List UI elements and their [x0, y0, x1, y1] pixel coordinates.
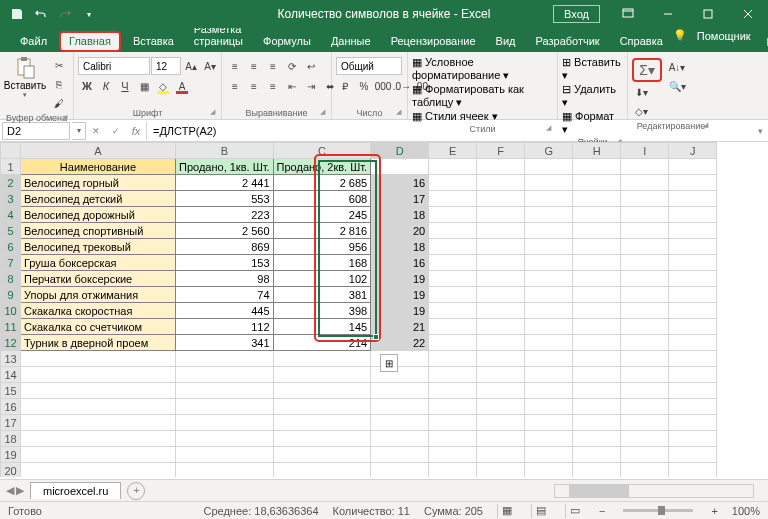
- zoom-level[interactable]: 100%: [732, 505, 760, 517]
- group-editing: Редактирование: [632, 120, 710, 132]
- view-layout-icon[interactable]: ▤: [531, 504, 551, 518]
- col-header[interactable]: A: [21, 143, 176, 159]
- align-left-icon[interactable]: ≡: [226, 77, 244, 95]
- ribbon: Вставить ▾ ✂ ⎘ 🖌 Буфер обмена Calibri 12…: [0, 52, 768, 120]
- align-top-icon[interactable]: ≡: [226, 57, 244, 75]
- tab-developer[interactable]: Разработчик: [526, 31, 610, 52]
- undo-icon[interactable]: [30, 3, 52, 25]
- font-size-combo[interactable]: 12: [151, 57, 181, 75]
- col-header[interactable]: I: [621, 143, 669, 159]
- name-box[interactable]: D2: [2, 122, 70, 140]
- underline-button[interactable]: Ч: [116, 77, 134, 95]
- data-cell: Велосипед дорожный: [21, 207, 176, 223]
- indent-dec-icon[interactable]: ⇤: [283, 77, 301, 95]
- fill-color-icon[interactable]: ◇: [154, 77, 172, 95]
- paste-button[interactable]: Вставить ▾: [4, 54, 46, 99]
- fill-handle[interactable]: [373, 334, 379, 340]
- align-center-icon[interactable]: ≡: [245, 77, 263, 95]
- italic-button[interactable]: К: [97, 77, 115, 95]
- svg-rect-4: [24, 66, 34, 78]
- fill-button[interactable]: ⬇▾: [632, 83, 650, 101]
- sheet-tab[interactable]: microexcel.ru: [30, 482, 121, 499]
- data-cell: 145: [273, 319, 371, 335]
- close-icon[interactable]: [728, 0, 768, 28]
- cancel-formula-icon[interactable]: ✕: [86, 126, 106, 136]
- currency-icon[interactable]: ₽: [336, 77, 354, 95]
- zoom-out-button[interactable]: −: [599, 505, 605, 517]
- col-header[interactable]: D: [371, 143, 429, 159]
- wrap-text-icon[interactable]: ↩: [302, 57, 320, 75]
- col-header[interactable]: F: [477, 143, 525, 159]
- ribbon-options-icon[interactable]: [608, 0, 648, 28]
- bold-button[interactable]: Ж: [78, 77, 96, 95]
- insert-function-icon[interactable]: fx: [126, 125, 146, 137]
- zoom-in-button[interactable]: +: [711, 505, 717, 517]
- cut-icon[interactable]: ✂: [50, 56, 68, 74]
- tab-insert[interactable]: Вставка: [123, 31, 184, 52]
- expand-formula-icon[interactable]: ▾: [752, 126, 768, 136]
- col-header[interactable]: J: [669, 143, 717, 159]
- worksheet-grid[interactable]: ABCDEFGHIJ1НаименованиеПродано, 1кв. Шт.…: [0, 142, 768, 477]
- shrink-font-icon[interactable]: A▾: [201, 57, 219, 75]
- tab-review[interactable]: Рецензирование: [381, 31, 486, 52]
- zoom-slider[interactable]: [623, 509, 693, 512]
- align-bottom-icon[interactable]: ≡: [264, 57, 282, 75]
- grow-font-icon[interactable]: A▴: [182, 57, 200, 75]
- find-select-button[interactable]: 🔍▾: [665, 77, 689, 95]
- autosum-button[interactable]: Σ▾: [635, 61, 659, 79]
- data-cell: Скакалка скоростная: [21, 303, 176, 319]
- format-painter-icon[interactable]: 🖌: [50, 94, 68, 112]
- selected-cell: 18: [371, 239, 429, 255]
- tab-file[interactable]: Файл: [10, 31, 57, 52]
- conditional-format-button[interactable]: ▦ Условное форматирование ▾: [412, 56, 553, 82]
- col-header[interactable]: B: [176, 143, 274, 159]
- border-icon[interactable]: ▦: [135, 77, 153, 95]
- copy-icon[interactable]: ⎘: [50, 75, 68, 93]
- indent-inc-icon[interactable]: ⇥: [302, 77, 320, 95]
- qat-customize-icon[interactable]: ▾: [78, 3, 100, 25]
- tab-view[interactable]: Вид: [486, 31, 526, 52]
- redo-icon[interactable]: [54, 3, 76, 25]
- percent-icon[interactable]: %: [355, 77, 373, 95]
- new-sheet-button[interactable]: +: [127, 482, 145, 500]
- clear-button[interactable]: ◇▾: [632, 102, 650, 120]
- tell-me[interactable]: Помощник: [691, 26, 757, 46]
- horizontal-scrollbar[interactable]: [554, 484, 754, 498]
- col-header[interactable]: G: [525, 143, 573, 159]
- col-header[interactable]: E: [429, 143, 477, 159]
- signin-button[interactable]: Вход: [553, 5, 600, 23]
- orientation-icon[interactable]: ⟳: [283, 57, 301, 75]
- tab-formulas[interactable]: Формулы: [253, 31, 321, 52]
- maximize-icon[interactable]: [688, 0, 728, 28]
- tab-help[interactable]: Справка: [610, 31, 673, 52]
- group-font: Шрифт: [78, 107, 217, 119]
- delete-cells-button[interactable]: ⊟ Удалить ▾: [562, 83, 623, 109]
- col-header[interactable]: H: [573, 143, 621, 159]
- data-cell: Скакалка со счетчиком: [21, 319, 176, 335]
- font-color-icon[interactable]: A: [173, 77, 191, 95]
- data-cell: Турник в дверной проем: [21, 335, 176, 351]
- insert-cells-button[interactable]: ⊞ Вставить ▾: [562, 56, 623, 82]
- save-icon[interactable]: [6, 3, 28, 25]
- col-header[interactable]: C: [273, 143, 371, 159]
- align-middle-icon[interactable]: ≡: [245, 57, 263, 75]
- comma-icon[interactable]: 000: [374, 77, 392, 95]
- tab-home[interactable]: Главная: [59, 31, 121, 52]
- minimize-icon[interactable]: [648, 0, 688, 28]
- quick-analysis-icon[interactable]: ⊞: [380, 354, 398, 372]
- view-normal-icon[interactable]: ▦: [497, 504, 517, 518]
- sheet-next-icon[interactable]: ▶: [16, 484, 24, 497]
- enter-formula-icon[interactable]: ✓: [106, 126, 126, 136]
- selected-cell: 16: [371, 175, 429, 191]
- format-as-table-button[interactable]: ▦ Форматировать как таблицу ▾: [412, 83, 553, 109]
- tab-data[interactable]: Данные: [321, 31, 381, 52]
- data-cell: 956: [273, 239, 371, 255]
- name-box-dropdown[interactable]: ▾: [72, 122, 86, 140]
- align-right-icon[interactable]: ≡: [264, 77, 282, 95]
- selected-cell: 19: [371, 303, 429, 319]
- font-name-combo[interactable]: Calibri: [78, 57, 150, 75]
- sheet-prev-icon[interactable]: ◀: [6, 484, 14, 497]
- view-pagebreak-icon[interactable]: ▭: [565, 504, 585, 518]
- sort-filter-button[interactable]: A↓▾: [665, 58, 689, 76]
- number-format-combo[interactable]: Общий: [336, 57, 402, 75]
